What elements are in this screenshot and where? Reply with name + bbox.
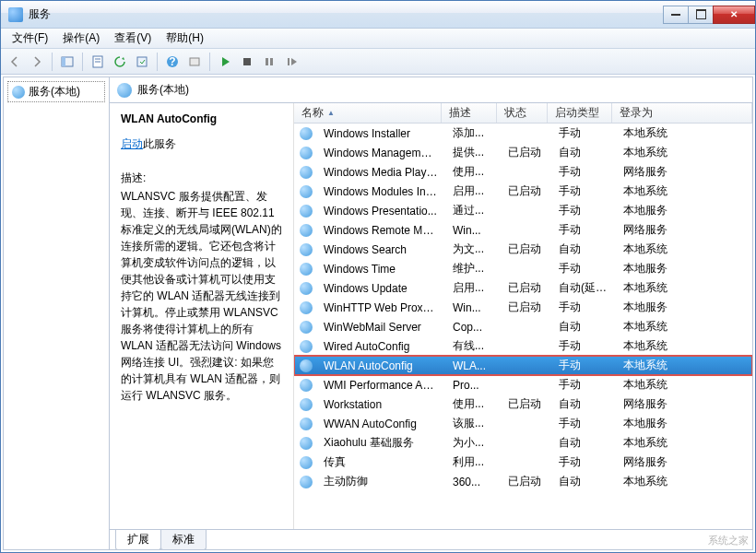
- service-row[interactable]: Windows Presentatio...通过...手动本地服务: [294, 201, 752, 220]
- export-button[interactable]: [132, 52, 152, 72]
- service-row[interactable]: WinHTTP Web Proxy A...Win...已启动手动本地服务: [294, 298, 752, 317]
- toolbar-icon[interactable]: [184, 52, 205, 72]
- tree-root[interactable]: 服务(本地): [7, 81, 105, 102]
- start-service-link[interactable]: 启动: [121, 137, 143, 150]
- gear-icon: [300, 476, 313, 488]
- cell-startup: 手动: [551, 183, 616, 199]
- cell-logon: 本地服务: [616, 416, 752, 431]
- service-row[interactable]: Windows Remote Man...Win...手动网络服务: [294, 220, 752, 240]
- cell-logon: 本地系统: [616, 145, 752, 160]
- service-row[interactable]: Windows Media Playe...使用...手动网络服务: [294, 162, 752, 182]
- cell-startup: 手动: [551, 416, 616, 431]
- cell-name: WMI Performance Ad...: [316, 379, 445, 392]
- list-rows[interactable]: Windows Installer添加...手动本地系统Windows Mana…: [294, 124, 752, 529]
- restart-service-button[interactable]: [281, 52, 301, 72]
- menu-help[interactable]: 帮助(H): [159, 29, 211, 48]
- tab-standard[interactable]: 标准: [160, 530, 207, 550]
- cell-name: WinHTTP Web Proxy A...: [316, 301, 445, 314]
- menu-file[interactable]: 文件(F): [5, 29, 55, 48]
- cell-logon: 本地系统: [616, 280, 752, 296]
- back-button[interactable]: [5, 52, 25, 72]
- titlebar[interactable]: 服务: [1, 1, 755, 29]
- svg-rect-11: [270, 58, 273, 65]
- maximize-button[interactable]: [688, 6, 714, 24]
- cell-name: 主动防御: [316, 474, 445, 489]
- description-text: WLANSVC 服务提供配置、发现、连接、断开与 IEEE 802.11 标准定…: [121, 188, 284, 404]
- cell-logon: 本地系统: [616, 319, 752, 335]
- cell-name: Windows Modules Ins...: [316, 185, 445, 198]
- tree-root-label: 服务(本地): [29, 84, 80, 100]
- col-status[interactable]: 状态: [497, 103, 548, 123]
- forward-button[interactable]: [27, 52, 47, 72]
- cell-logon: 本地系统: [616, 358, 752, 373]
- stop-service-button[interactable]: [237, 52, 257, 72]
- service-name-heading: WLAN AutoConfig: [121, 112, 284, 125]
- col-startup[interactable]: 启动类型: [548, 103, 612, 123]
- cell-desc: 添加...: [445, 125, 501, 141]
- close-button[interactable]: [713, 6, 755, 24]
- cell-logon: 网络服务: [616, 222, 752, 238]
- services-window: 服务 文件(F) 操作(A) 查看(V) 帮助(H) ?: [0, 0, 756, 553]
- service-row[interactable]: Windows Managemen...提供...已启动自动本地系统: [294, 143, 752, 162]
- show-hide-tree-button[interactable]: [57, 52, 77, 72]
- svg-rect-9: [243, 58, 251, 65]
- right-pane: 服务(本地) WLAN AutoConfig 启动此服务 描述: WLANSVC…: [110, 77, 752, 549]
- cell-logon: 网络服务: [616, 164, 752, 180]
- cell-name: Wired AutoConfig: [316, 340, 445, 353]
- pause-service-button[interactable]: [259, 52, 279, 72]
- cell-desc: 维护...: [445, 261, 501, 276]
- gear-icon: [300, 263, 313, 276]
- service-row[interactable]: Windows Time维护...手动本地服务: [294, 259, 752, 278]
- service-row[interactable]: Windows Modules Ins...启用...已启动手动本地系统: [294, 182, 752, 201]
- col-desc[interactable]: 描述: [442, 103, 497, 123]
- cell-desc: 通过...: [445, 203, 501, 218]
- cell-startup: 自动: [551, 396, 616, 412]
- pane-header: 服务(本地): [110, 77, 752, 103]
- cell-desc: Pro...: [445, 379, 501, 392]
- service-row[interactable]: WMI Performance Ad...Pro...手动本地系统: [294, 375, 752, 394]
- service-row[interactable]: WLAN AutoConfigWLA...手动本地系统: [294, 356, 752, 375]
- service-row[interactable]: Windows Update启用...已启动自动(延迟...本地系统: [294, 278, 752, 298]
- gear-icon: [300, 166, 313, 179]
- service-row[interactable]: WWAN AutoConfig该服...手动本地服务: [294, 414, 752, 433]
- cell-status: 已启动: [501, 145, 551, 160]
- minimize-button[interactable]: [663, 6, 689, 24]
- cell-logon: 本地服务: [616, 300, 752, 315]
- help-button[interactable]: ?: [162, 52, 183, 72]
- menubar: 文件(F) 操作(A) 查看(V) 帮助(H): [1, 29, 755, 49]
- list-pane: 名称▲ 描述 状态 启动类型 登录为 Windows Installer添加..…: [294, 103, 752, 529]
- service-row[interactable]: Windows Installer添加...手动本地系统: [294, 124, 752, 143]
- gear-icon: [300, 418, 313, 430]
- gear-icon: [12, 86, 25, 99]
- service-row[interactable]: Workstation使用...已启动自动网络服务: [294, 394, 752, 414]
- service-row[interactable]: WinWebMail ServerCop...自动本地系统: [294, 317, 752, 336]
- service-row[interactable]: 传真利用...手动网络服务: [294, 453, 752, 472]
- cell-status: 已启动: [501, 183, 551, 199]
- service-row[interactable]: Xiaohulu 基础服务为小...自动本地系统: [294, 433, 752, 453]
- cell-logon: 网络服务: [616, 454, 752, 470]
- cell-startup: 自动: [551, 319, 616, 335]
- cell-startup: 手动: [551, 338, 616, 354]
- col-name[interactable]: 名称▲: [294, 103, 442, 123]
- menu-view[interactable]: 查看(V): [107, 29, 159, 48]
- cell-logon: 本地系统: [616, 338, 752, 354]
- properties-button[interactable]: [88, 52, 108, 72]
- cell-name: WLAN AutoConfig: [316, 359, 445, 372]
- detail-pane: WLAN AutoConfig 启动此服务 描述: WLANSVC 服务提供配置…: [110, 103, 294, 529]
- cell-startup: 手动: [551, 358, 616, 373]
- cell-desc: 启用...: [445, 183, 501, 199]
- service-row[interactable]: 主动防御360...已启动自动本地系统: [294, 472, 752, 491]
- cell-desc: Win...: [445, 224, 501, 237]
- col-logon[interactable]: 登录为: [612, 103, 752, 123]
- service-row[interactable]: Wired AutoConfig有线...手动本地系统: [294, 336, 752, 356]
- start-service-button[interactable]: [215, 52, 235, 72]
- cell-logon: 本地系统: [616, 474, 752, 489]
- gear-icon: [300, 243, 313, 256]
- service-row[interactable]: Windows Search为文...已启动自动本地系统: [294, 240, 752, 259]
- tab-extended[interactable]: 扩展: [115, 530, 161, 550]
- cell-startup: 手动: [551, 222, 616, 238]
- menu-action[interactable]: 操作(A): [55, 29, 107, 48]
- cell-desc: WLA...: [445, 359, 501, 372]
- cell-desc: 提供...: [445, 145, 501, 160]
- refresh-button[interactable]: [110, 52, 130, 72]
